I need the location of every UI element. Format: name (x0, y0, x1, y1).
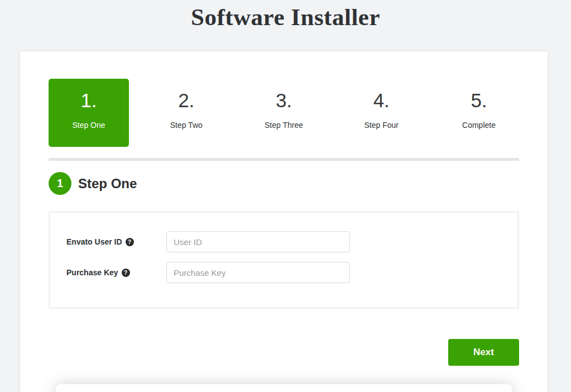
step-number: 2. (146, 90, 227, 112)
purchase-key-label: Purchase Key ? (66, 268, 166, 277)
step-one-form-panel: Envato User ID ? Purchase Key ? (49, 211, 519, 309)
form-row-envato-user-id: Envato User ID ? (66, 231, 517, 252)
section-heading: 1 Step One (49, 172, 519, 195)
step-indicator-two: 2. Step Two (146, 79, 227, 147)
step-progress-bar: 1. Step One 2. Step Two 3. Step Three 4.… (49, 79, 519, 147)
next-button[interactable]: Next (448, 339, 519, 366)
step-indicator-four: 4. Step Four (341, 79, 421, 147)
form-actions: Next (49, 339, 519, 366)
envato-user-id-label: Envato User ID ? (66, 237, 166, 246)
step-indicator-one: 1. Step One (49, 79, 129, 147)
envato-user-id-label-text: Envato User ID (66, 237, 122, 246)
step-label: Step Four (341, 121, 421, 130)
step-indicator-three: 3. Step Three (244, 79, 324, 147)
step-label: Complete (439, 121, 519, 130)
step-number: 4. (341, 90, 421, 112)
purchase-key-input[interactable] (166, 262, 350, 283)
step-number: 5. (439, 90, 519, 112)
next-section-panel-peek (56, 384, 512, 392)
steps-divider (49, 158, 519, 161)
envato-user-id-input[interactable] (166, 231, 350, 252)
installer-card: 1. Step One 2. Step Two 3. Step Three 4.… (20, 51, 548, 392)
step-indicator-complete: 5. Complete (439, 79, 519, 147)
step-number-badge: 1 (49, 172, 71, 195)
step-label: Step Three (244, 121, 324, 130)
step-label: Step Two (146, 121, 227, 130)
purchase-key-label-text: Purchase Key (66, 268, 118, 277)
question-circle-icon[interactable]: ? (122, 269, 130, 277)
step-number: 1. (49, 90, 129, 112)
step-label: Step One (49, 121, 129, 130)
form-row-purchase-key: Purchase Key ? (66, 262, 517, 283)
page-title: Software Installer (0, 0, 571, 31)
section-title: Step One (78, 176, 137, 192)
question-circle-icon[interactable]: ? (126, 238, 134, 246)
step-number: 3. (244, 90, 324, 112)
